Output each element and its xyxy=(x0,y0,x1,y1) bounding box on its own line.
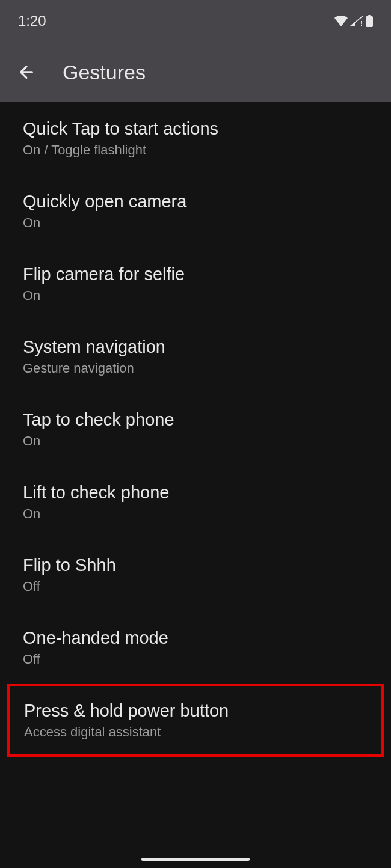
setting-title: Flip to Shhh xyxy=(23,555,368,575)
setting-subtitle: Gesture navigation xyxy=(23,361,368,376)
back-arrow-icon xyxy=(17,63,36,82)
setting-subtitle: Off xyxy=(23,652,368,667)
setting-subtitle: Off xyxy=(23,579,368,594)
setting-power-button[interactable]: Press & hold power button Access digital… xyxy=(7,684,384,757)
setting-subtitle: On / Toggle flashlight xyxy=(23,142,368,158)
setting-flip-camera[interactable]: Flip camera for selfie On xyxy=(0,248,391,320)
setting-subtitle: On xyxy=(23,288,368,304)
svg-rect-2 xyxy=(368,15,371,16)
setting-title: Lift to check phone xyxy=(23,483,368,503)
setting-flip-shhh[interactable]: Flip to Shhh Off xyxy=(0,539,391,611)
setting-open-camera[interactable]: Quickly open camera On xyxy=(0,175,391,248)
setting-title: Press & hold power button xyxy=(24,701,367,721)
signal-icon: ! xyxy=(350,16,363,26)
status-icons: ! xyxy=(334,15,373,27)
setting-one-handed[interactable]: One-handed mode Off xyxy=(0,611,391,684)
setting-title: Tap to check phone xyxy=(23,410,368,430)
header: Gestures xyxy=(0,42,391,102)
setting-quick-tap[interactable]: Quick Tap to start actions On / Toggle f… xyxy=(0,102,391,175)
home-indicator[interactable] xyxy=(141,858,250,861)
svg-text:!: ! xyxy=(360,20,363,26)
wifi-icon xyxy=(334,16,348,26)
status-bar: 1:20 ! xyxy=(0,0,391,42)
setting-subtitle: On xyxy=(23,506,368,522)
battery-icon xyxy=(366,15,373,27)
setting-lift-check[interactable]: Lift to check phone On xyxy=(0,466,391,539)
setting-title: Quick Tap to start actions xyxy=(23,119,368,139)
setting-subtitle: On xyxy=(23,433,368,449)
status-time: 1:20 xyxy=(18,13,46,29)
setting-title: Flip camera for selfie xyxy=(23,264,368,284)
setting-title: System navigation xyxy=(23,337,368,357)
page-title: Gestures xyxy=(63,61,146,84)
setting-system-navigation[interactable]: System navigation Gesture navigation xyxy=(0,320,391,393)
setting-title: One-handed mode xyxy=(23,628,368,648)
setting-tap-check[interactable]: Tap to check phone On xyxy=(0,393,391,466)
settings-list: Quick Tap to start actions On / Toggle f… xyxy=(0,102,391,757)
back-button[interactable] xyxy=(14,60,38,84)
svg-rect-1 xyxy=(366,16,373,27)
setting-subtitle: On xyxy=(23,215,368,231)
setting-title: Quickly open camera xyxy=(23,192,368,212)
setting-subtitle: Access digital assistant xyxy=(24,724,367,740)
